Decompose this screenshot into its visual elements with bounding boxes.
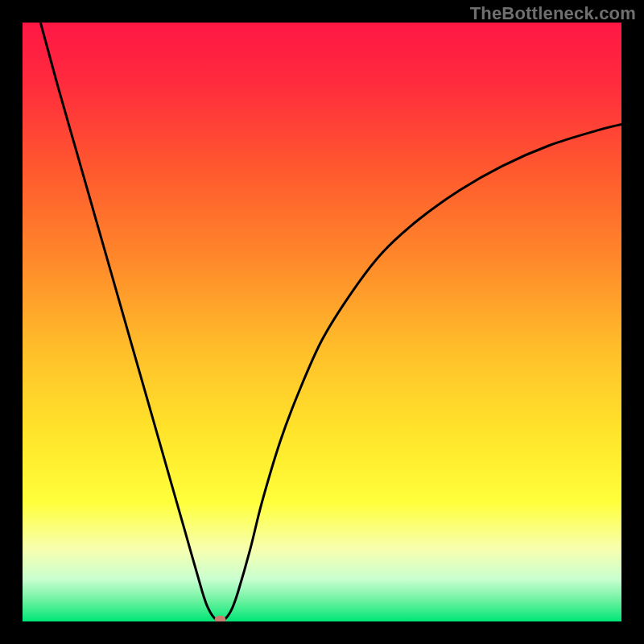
- watermark-text: TheBottleneck.com: [470, 3, 636, 24]
- gradient-background: [23, 23, 621, 621]
- chart-frame: [23, 23, 621, 621]
- bottleneck-chart: [23, 23, 621, 621]
